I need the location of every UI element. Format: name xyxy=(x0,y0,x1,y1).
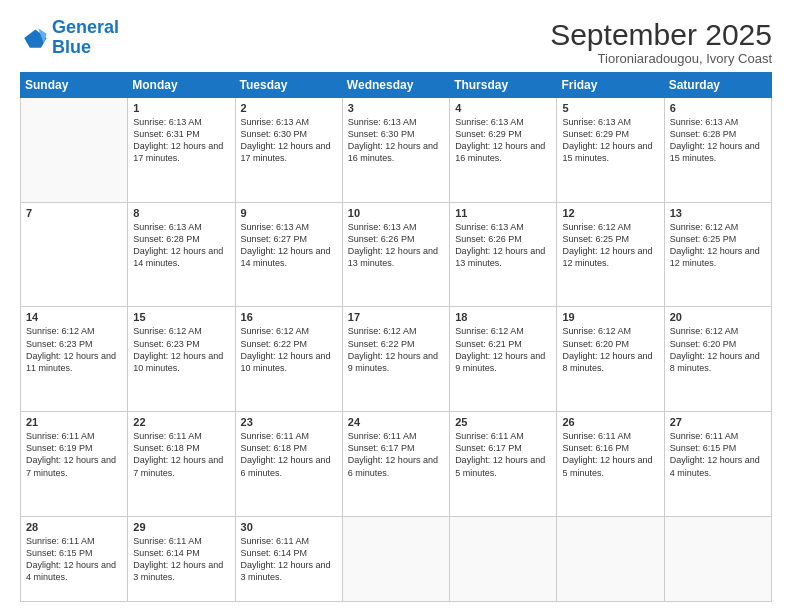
calendar-cell: 2Sunrise: 6:13 AM Sunset: 6:30 PM Daylig… xyxy=(235,98,342,203)
calendar-week-row: 21Sunrise: 6:11 AM Sunset: 6:19 PM Dayli… xyxy=(21,412,772,517)
day-number: 30 xyxy=(241,521,337,533)
calendar-cell: 13Sunrise: 6:12 AM Sunset: 6:25 PM Dayli… xyxy=(664,202,771,307)
calendar-cell: 9Sunrise: 6:13 AM Sunset: 6:27 PM Daylig… xyxy=(235,202,342,307)
subtitle: Tioroniaradougou, Ivory Coast xyxy=(550,51,772,66)
calendar-week-row: 78Sunrise: 6:13 AM Sunset: 6:28 PM Dayli… xyxy=(21,202,772,307)
day-info: Sunrise: 6:11 AM Sunset: 6:14 PM Dayligh… xyxy=(133,535,229,584)
calendar-cell: 30Sunrise: 6:11 AM Sunset: 6:14 PM Dayli… xyxy=(235,516,342,601)
day-info: Sunrise: 6:11 AM Sunset: 6:15 PM Dayligh… xyxy=(26,535,122,584)
day-number: 1 xyxy=(133,102,229,114)
calendar-table: SundayMondayTuesdayWednesdayThursdayFrid… xyxy=(20,72,772,602)
calendar-cell: 8Sunrise: 6:13 AM Sunset: 6:28 PM Daylig… xyxy=(128,202,235,307)
calendar-week-row: 14Sunrise: 6:12 AM Sunset: 6:23 PM Dayli… xyxy=(21,307,772,412)
day-number: 4 xyxy=(455,102,551,114)
day-number: 15 xyxy=(133,311,229,323)
day-info: Sunrise: 6:12 AM Sunset: 6:20 PM Dayligh… xyxy=(670,325,766,374)
calendar-week-row: 1Sunrise: 6:13 AM Sunset: 6:31 PM Daylig… xyxy=(21,98,772,203)
header: General Blue September 2025 Tioroniarado… xyxy=(20,18,772,66)
calendar-cell: 1Sunrise: 6:13 AM Sunset: 6:31 PM Daylig… xyxy=(128,98,235,203)
calendar-cell: 3Sunrise: 6:13 AM Sunset: 6:30 PM Daylig… xyxy=(342,98,449,203)
day-info: Sunrise: 6:11 AM Sunset: 6:14 PM Dayligh… xyxy=(241,535,337,584)
weekday-header-row: SundayMondayTuesdayWednesdayThursdayFrid… xyxy=(21,73,772,98)
day-number: 23 xyxy=(241,416,337,428)
day-number: 9 xyxy=(241,207,337,219)
day-number: 7 xyxy=(26,207,122,219)
main-title: September 2025 xyxy=(550,18,772,51)
calendar-cell: 10Sunrise: 6:13 AM Sunset: 6:26 PM Dayli… xyxy=(342,202,449,307)
day-number: 25 xyxy=(455,416,551,428)
day-info: Sunrise: 6:13 AM Sunset: 6:28 PM Dayligh… xyxy=(133,221,229,270)
calendar-cell: 11Sunrise: 6:13 AM Sunset: 6:26 PM Dayli… xyxy=(450,202,557,307)
calendar-cell xyxy=(342,516,449,601)
calendar-cell: 15Sunrise: 6:12 AM Sunset: 6:23 PM Dayli… xyxy=(128,307,235,412)
calendar-cell: 27Sunrise: 6:11 AM Sunset: 6:15 PM Dayli… xyxy=(664,412,771,517)
day-info: Sunrise: 6:12 AM Sunset: 6:25 PM Dayligh… xyxy=(562,221,658,270)
calendar-cell: 24Sunrise: 6:11 AM Sunset: 6:17 PM Dayli… xyxy=(342,412,449,517)
logo-line1: General xyxy=(52,17,119,37)
weekday-header: Friday xyxy=(557,73,664,98)
calendar-cell xyxy=(557,516,664,601)
logo-line2: Blue xyxy=(52,37,91,57)
calendar-cell: 28Sunrise: 6:11 AM Sunset: 6:15 PM Dayli… xyxy=(21,516,128,601)
page: General Blue September 2025 Tioroniarado… xyxy=(0,0,792,612)
day-number: 19 xyxy=(562,311,658,323)
day-info: Sunrise: 6:11 AM Sunset: 6:17 PM Dayligh… xyxy=(455,430,551,479)
calendar-cell: 19Sunrise: 6:12 AM Sunset: 6:20 PM Dayli… xyxy=(557,307,664,412)
weekday-header: Saturday xyxy=(664,73,771,98)
day-number: 12 xyxy=(562,207,658,219)
calendar-cell: 6Sunrise: 6:13 AM Sunset: 6:28 PM Daylig… xyxy=(664,98,771,203)
day-number: 28 xyxy=(26,521,122,533)
day-info: Sunrise: 6:11 AM Sunset: 6:16 PM Dayligh… xyxy=(562,430,658,479)
calendar-cell: 26Sunrise: 6:11 AM Sunset: 6:16 PM Dayli… xyxy=(557,412,664,517)
calendar-cell: 29Sunrise: 6:11 AM Sunset: 6:14 PM Dayli… xyxy=(128,516,235,601)
calendar-cell: 7 xyxy=(21,202,128,307)
day-number: 22 xyxy=(133,416,229,428)
day-info: Sunrise: 6:13 AM Sunset: 6:29 PM Dayligh… xyxy=(455,116,551,165)
day-number: 24 xyxy=(348,416,444,428)
title-block: September 2025 Tioroniaradougou, Ivory C… xyxy=(550,18,772,66)
day-info: Sunrise: 6:13 AM Sunset: 6:28 PM Dayligh… xyxy=(670,116,766,165)
day-info: Sunrise: 6:13 AM Sunset: 6:31 PM Dayligh… xyxy=(133,116,229,165)
weekday-header: Sunday xyxy=(21,73,128,98)
calendar-cell: 14Sunrise: 6:12 AM Sunset: 6:23 PM Dayli… xyxy=(21,307,128,412)
day-number: 8 xyxy=(133,207,229,219)
calendar-cell: 21Sunrise: 6:11 AM Sunset: 6:19 PM Dayli… xyxy=(21,412,128,517)
day-number: 16 xyxy=(241,311,337,323)
day-number: 3 xyxy=(348,102,444,114)
day-number: 10 xyxy=(348,207,444,219)
day-number: 17 xyxy=(348,311,444,323)
day-info: Sunrise: 6:12 AM Sunset: 6:23 PM Dayligh… xyxy=(133,325,229,374)
day-info: Sunrise: 6:13 AM Sunset: 6:26 PM Dayligh… xyxy=(455,221,551,270)
weekday-header: Wednesday xyxy=(342,73,449,98)
day-number: 11 xyxy=(455,207,551,219)
calendar-cell: 12Sunrise: 6:12 AM Sunset: 6:25 PM Dayli… xyxy=(557,202,664,307)
day-info: Sunrise: 6:12 AM Sunset: 6:23 PM Dayligh… xyxy=(26,325,122,374)
day-info: Sunrise: 6:13 AM Sunset: 6:27 PM Dayligh… xyxy=(241,221,337,270)
day-number: 5 xyxy=(562,102,658,114)
calendar-cell: 4Sunrise: 6:13 AM Sunset: 6:29 PM Daylig… xyxy=(450,98,557,203)
calendar-cell: 17Sunrise: 6:12 AM Sunset: 6:22 PM Dayli… xyxy=(342,307,449,412)
day-number: 2 xyxy=(241,102,337,114)
day-info: Sunrise: 6:13 AM Sunset: 6:26 PM Dayligh… xyxy=(348,221,444,270)
day-info: Sunrise: 6:11 AM Sunset: 6:15 PM Dayligh… xyxy=(670,430,766,479)
day-number: 20 xyxy=(670,311,766,323)
calendar-cell: 5Sunrise: 6:13 AM Sunset: 6:29 PM Daylig… xyxy=(557,98,664,203)
day-info: Sunrise: 6:13 AM Sunset: 6:29 PM Dayligh… xyxy=(562,116,658,165)
calendar-week-row: 28Sunrise: 6:11 AM Sunset: 6:15 PM Dayli… xyxy=(21,516,772,601)
logo-text: General Blue xyxy=(52,18,119,58)
weekday-header: Tuesday xyxy=(235,73,342,98)
day-number: 21 xyxy=(26,416,122,428)
day-info: Sunrise: 6:12 AM Sunset: 6:22 PM Dayligh… xyxy=(241,325,337,374)
day-info: Sunrise: 6:12 AM Sunset: 6:20 PM Dayligh… xyxy=(562,325,658,374)
day-info: Sunrise: 6:11 AM Sunset: 6:19 PM Dayligh… xyxy=(26,430,122,479)
day-number: 27 xyxy=(670,416,766,428)
calendar-cell: 25Sunrise: 6:11 AM Sunset: 6:17 PM Dayli… xyxy=(450,412,557,517)
day-info: Sunrise: 6:13 AM Sunset: 6:30 PM Dayligh… xyxy=(241,116,337,165)
weekday-header: Monday xyxy=(128,73,235,98)
day-number: 18 xyxy=(455,311,551,323)
calendar-cell: 18Sunrise: 6:12 AM Sunset: 6:21 PM Dayli… xyxy=(450,307,557,412)
calendar-cell: 23Sunrise: 6:11 AM Sunset: 6:18 PM Dayli… xyxy=(235,412,342,517)
logo: General Blue xyxy=(20,18,119,58)
day-info: Sunrise: 6:12 AM Sunset: 6:25 PM Dayligh… xyxy=(670,221,766,270)
day-number: 29 xyxy=(133,521,229,533)
